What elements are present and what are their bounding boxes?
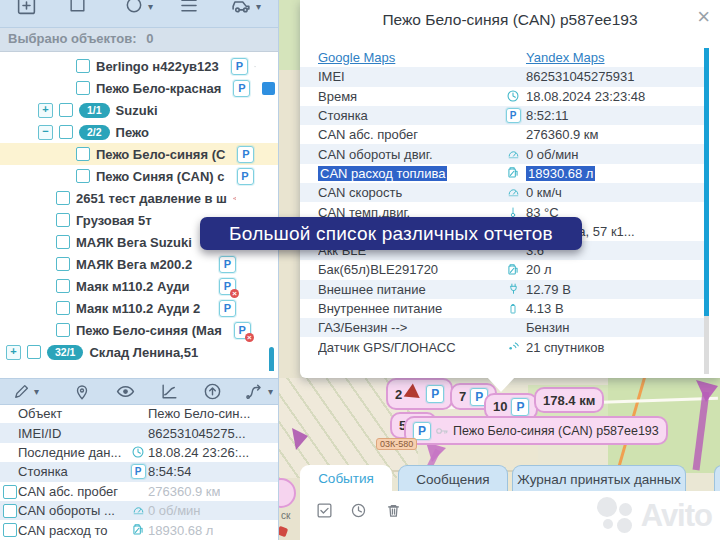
cluster-count: 10 (493, 399, 507, 414)
annotation-banner: Большой список различных отчетов (200, 217, 582, 250)
yandex-maps-link[interactable]: Yandex Maps (526, 50, 605, 65)
checkbox[interactable] (76, 147, 90, 161)
circle-select-icon[interactable] (124, 0, 144, 15)
checkbox[interactable] (56, 235, 70, 249)
tree-scrollbar[interactable] (269, 347, 274, 371)
square-select-icon[interactable] (68, 0, 87, 14)
map-cluster-2[interactable]: 2 P (386, 378, 453, 410)
parking-badge-icon: P (219, 300, 236, 317)
info-value: Пежо Бело-син... (148, 406, 250, 421)
location-pin-icon[interactable] (73, 383, 91, 401)
tree-group[interactable]: + 32/1 Склад Ленина,51 (0, 341, 278, 363)
tree-group-label: Suzuki (116, 103, 158, 118)
parking-badge-icon: P (131, 464, 146, 479)
clock-icon (506, 89, 520, 103)
checkbox[interactable] (56, 279, 70, 293)
tree-item[interactable]: МАЯК Вега м200.2 P (0, 253, 278, 275)
google-maps-link[interactable]: Google Maps (318, 50, 395, 65)
detail-value: 8:52:11 (526, 108, 568, 123)
chevron-down-icon[interactable]: ▾ (268, 386, 273, 397)
chart-icon[interactable] (160, 382, 179, 401)
tree-item-label: Грузовая 5т (76, 213, 152, 228)
select-all-icon[interactable] (316, 502, 333, 519)
checkbox[interactable] (59, 103, 73, 117)
events-panel: Avito (300, 491, 720, 540)
tab-events[interactable]: События (300, 465, 392, 492)
fuel-icon (506, 166, 520, 180)
route-icon[interactable] (244, 382, 265, 401)
tree-item[interactable]: Пежо Бело-синяя (Мая P (0, 319, 278, 341)
checkbox[interactable] (56, 191, 70, 205)
key-icon (435, 424, 449, 438)
popup-scrollbar-thumb[interactable] (704, 48, 709, 316)
checkbox[interactable] (56, 323, 70, 337)
close-icon[interactable]: × (697, 6, 710, 28)
checkbox[interactable] (3, 485, 17, 499)
vehicle-filter-icon[interactable] (230, 0, 252, 16)
tree-item-label: Пежо Синяя (CAN) с (96, 169, 225, 184)
tree-item[interactable]: Маяк м110.2 Ауди P (0, 275, 278, 297)
group-count-badge: 1/1 (79, 103, 110, 118)
map-place-text: ск (281, 510, 290, 521)
chevron-down-icon[interactable]: ▾ (34, 386, 39, 397)
edit-icon[interactable] (12, 383, 30, 401)
detail-row: CAN абс. пробег 276360.9 км (300, 125, 704, 144)
visibility-icon[interactable] (115, 382, 136, 401)
detail-value: 862531045275931 (526, 69, 634, 84)
parking-badge-icon: P (511, 398, 529, 416)
cluster-count: 7 (459, 389, 466, 404)
expand-icon[interactable]: + (38, 103, 53, 118)
checkbox[interactable] (3, 504, 17, 518)
tab-journal[interactable]: Журнал принятых данных (512, 465, 686, 493)
checkbox[interactable] (27, 345, 41, 359)
chevron-down-icon[interactable]: ▾ (256, 1, 261, 12)
info-value: 0 об/мин (148, 503, 201, 518)
tree-group[interactable]: + 1/1 Suzuki (0, 99, 278, 121)
parking-badge-icon: P (237, 146, 254, 163)
parking-badge-error-icon: P (234, 322, 251, 339)
detail-value: 0 км/ч (526, 185, 562, 200)
collapse-icon[interactable]: − (38, 125, 53, 140)
tree-item[interactable]: Berlingo н422ув123 P (0, 55, 278, 77)
tree-item-label: МАЯК Вега Suzuki (76, 235, 192, 250)
list-view-icon[interactable] (178, 0, 200, 16)
tree-item[interactable]: Маяк м110.2 Ауди 2 P (0, 297, 278, 319)
checkbox[interactable] (56, 301, 70, 315)
popup-scrollbar-track[interactable] (704, 316, 709, 374)
detail-row: CAN скорость 0 км/ч (300, 183, 704, 202)
detail-label: Стоянка (318, 108, 500, 123)
checkbox[interactable] (3, 523, 17, 537)
checkbox[interactable] (76, 81, 90, 95)
checkbox[interactable] (76, 59, 90, 73)
tree-item[interactable]: Пежо Синяя (CAN) с P (0, 165, 278, 187)
tab-messages[interactable]: Сообщения (398, 465, 508, 493)
info-label: Объект (18, 406, 128, 421)
tree-item[interactable]: 2651 тест давление в ш (0, 187, 278, 209)
rpm-gauge-icon (506, 148, 521, 161)
add-square-icon[interactable] (16, 0, 37, 16)
info-row: IMEI/ID 862531045275... (0, 423, 278, 442)
tab-events-label: События (318, 471, 374, 486)
checkbox[interactable] (59, 125, 73, 139)
checkbox[interactable] (56, 213, 70, 227)
tab-partial[interactable] (714, 465, 720, 493)
checkbox[interactable] (76, 169, 90, 183)
detail-row: ГАЗ/Бензин --> Бензин (300, 318, 704, 337)
expand-icon[interactable]: + (6, 345, 21, 360)
tree-group[interactable]: − 2/2 Пежо (0, 121, 278, 143)
object-info-panel: Объект Пежо Бело-син... IMEI/ID 86253104… (0, 404, 278, 540)
detail-row: IMEI 862531045275931 (300, 67, 704, 86)
chevron-down-icon[interactable]: ▾ (148, 1, 153, 12)
avito-logo-circle (617, 518, 632, 533)
popup-title: Пежо Бело-синяя (CAN) p587ee193 (300, 0, 720, 29)
map-vehicle-label[interactable]: P Пежо Бело-синяя (CAN) p587ee193 (404, 416, 668, 445)
avito-wordmark: Avito (641, 501, 712, 531)
detail-value: 18930.68 л (526, 166, 595, 181)
delete-icon[interactable] (385, 502, 402, 519)
detail-label: CAN абс. пробег (318, 127, 500, 142)
tree-item-selected[interactable]: Пежо Бело-синяя (С P (0, 143, 278, 165)
history-icon[interactable] (350, 502, 367, 519)
export-icon[interactable] (203, 382, 222, 401)
tree-item[interactable]: Пежо Бело-красная P (0, 77, 278, 99)
checkbox[interactable] (56, 257, 70, 271)
